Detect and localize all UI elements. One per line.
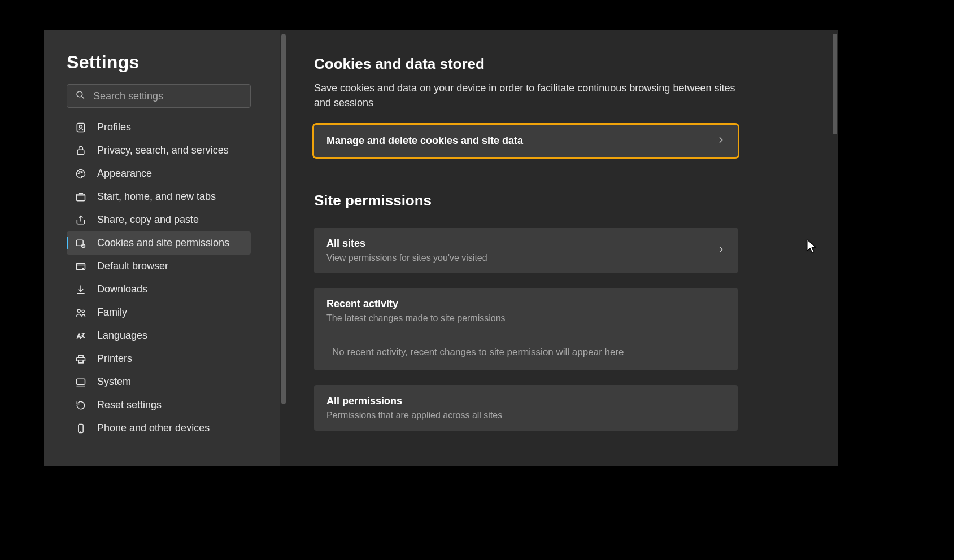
manage-cookies-row[interactable]: Manage and delete cookies and site data xyxy=(314,125,738,157)
row-title: All sites xyxy=(326,238,487,250)
sidebar-item-label: Profiles xyxy=(97,121,131,133)
tabs-icon xyxy=(75,191,87,203)
sidebar-item-phone[interactable]: Phone and other devices xyxy=(67,417,251,440)
svg-point-5 xyxy=(78,173,79,174)
sidebar-item-start[interactable]: Start, home, and new tabs xyxy=(67,185,251,208)
phone-icon xyxy=(75,422,87,435)
svg-line-1 xyxy=(81,96,84,98)
section-description: Save cookies and data on your device in … xyxy=(314,81,743,110)
sidebar-item-printers[interactable]: Printers xyxy=(67,347,251,370)
row-subtitle: Permissions that are applied across all … xyxy=(326,410,502,421)
settings-main: Cookies and data stored Save cookies and… xyxy=(280,30,838,466)
sidebar-item-label: Downloads xyxy=(97,283,147,295)
sidebar-item-default-browser[interactable]: Default browser xyxy=(67,255,251,278)
svg-point-14 xyxy=(82,310,84,312)
svg-rect-15 xyxy=(79,360,83,362)
svg-rect-16 xyxy=(77,379,85,384)
languages-icon xyxy=(75,330,87,342)
recent-activity-card: Recent activity The latest changes made … xyxy=(314,288,738,370)
family-icon xyxy=(75,307,87,319)
printer-icon xyxy=(75,353,87,365)
sidebar-item-label: Family xyxy=(97,307,127,318)
settings-nav: Profiles Privacy, search, and services A… xyxy=(67,116,251,440)
settings-window: Settings Profiles Pri xyxy=(44,30,838,466)
sidebar-item-label: Reset settings xyxy=(97,399,162,411)
settings-sidebar: Settings Profiles Pri xyxy=(44,30,280,466)
sidebar-item-label: System xyxy=(97,376,131,388)
sidebar-item-profiles[interactable]: Profiles xyxy=(67,116,251,139)
reset-icon xyxy=(75,399,87,412)
sidebar-item-reset[interactable]: Reset settings xyxy=(67,393,251,417)
sidebar-item-appearance[interactable]: Appearance xyxy=(67,162,251,185)
main-scrollbar[interactable] xyxy=(833,34,837,134)
settings-title: Settings xyxy=(67,52,269,73)
sidebar-item-system[interactable]: System xyxy=(67,370,251,393)
sidebar-item-label: Printers xyxy=(97,353,132,365)
row-subtitle: The latest changes made to site permissi… xyxy=(326,313,725,323)
svg-point-7 xyxy=(81,171,82,172)
sidebar-item-family[interactable]: Family xyxy=(67,301,251,324)
sidebar-item-share[interactable]: Share, copy and paste xyxy=(67,208,251,231)
svg-rect-4 xyxy=(77,150,84,154)
all-permissions-row[interactable]: All permissions Permissions that are app… xyxy=(314,385,738,431)
row-title: Recent activity xyxy=(326,298,725,310)
lock-icon xyxy=(75,145,87,157)
sidebar-item-label: Privacy, search, and services xyxy=(97,145,229,156)
search-settings[interactable] xyxy=(67,84,251,108)
sidebar-item-privacy[interactable]: Privacy, search, and services xyxy=(67,139,251,162)
search-icon xyxy=(75,90,85,102)
profile-icon xyxy=(75,121,87,134)
sidebar-item-label: Share, copy and paste xyxy=(97,214,199,226)
sidebar-item-label: Phone and other devices xyxy=(97,422,210,434)
palette-icon xyxy=(75,168,87,180)
sidebar-item-label: Cookies and site permissions xyxy=(97,237,229,249)
sidebar-item-downloads[interactable]: Downloads xyxy=(67,278,251,301)
sidebar-item-languages[interactable]: Languages xyxy=(67,324,251,347)
svg-rect-2 xyxy=(77,123,84,132)
sidebar-item-cookies[interactable]: Cookies and site permissions xyxy=(67,231,251,255)
row-title: All permissions xyxy=(326,395,502,407)
browser-icon xyxy=(75,260,87,273)
sidebar-item-label: Default browser xyxy=(97,260,168,272)
svg-point-3 xyxy=(80,125,82,128)
row-title: Manage and delete cookies and site data xyxy=(326,135,523,147)
sidebar-item-label: Start, home, and new tabs xyxy=(97,191,216,203)
svg-point-13 xyxy=(77,309,80,312)
recent-activity-empty: No recent activity, recent changes to si… xyxy=(314,334,738,370)
row-subtitle: View permissions for sites you've visite… xyxy=(326,253,487,263)
system-icon xyxy=(75,376,87,388)
section-heading-permissions: Site permissions xyxy=(314,192,818,209)
section-heading-cookies: Cookies and data stored xyxy=(314,55,818,73)
cookies-gear-icon xyxy=(75,237,87,250)
chevron-right-icon xyxy=(716,245,725,256)
svg-point-0 xyxy=(77,91,82,97)
all-sites-row[interactable]: All sites View permissions for sites you… xyxy=(314,228,738,273)
download-icon xyxy=(75,283,87,296)
chevron-right-icon xyxy=(716,135,725,147)
sidebar-item-label: Appearance xyxy=(97,168,152,180)
svg-point-6 xyxy=(80,171,81,172)
sidebar-item-label: Languages xyxy=(97,330,147,342)
search-input[interactable] xyxy=(93,90,242,102)
share-icon xyxy=(75,214,87,226)
svg-rect-8 xyxy=(77,194,85,201)
